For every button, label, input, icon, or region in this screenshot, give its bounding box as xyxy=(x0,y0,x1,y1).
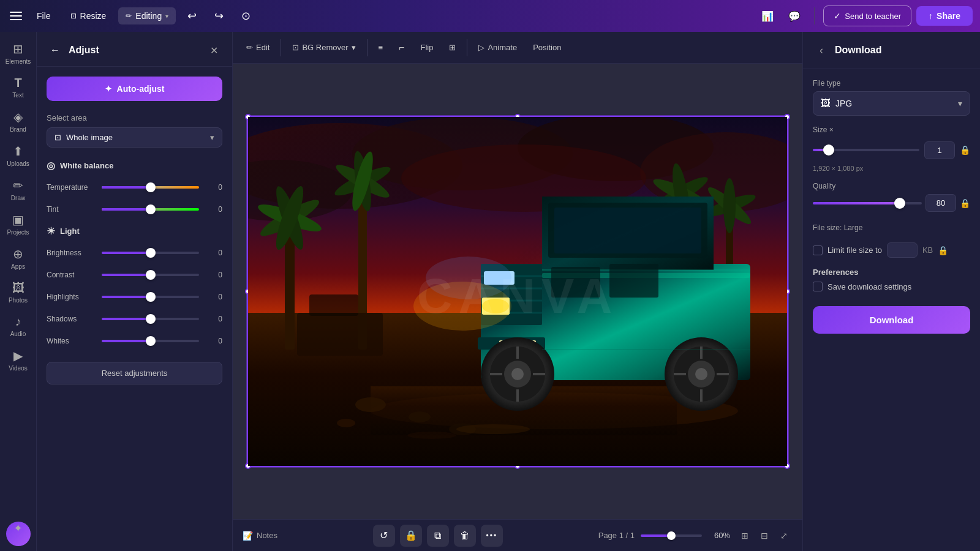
bottom-bar: 📝 Notes ↺ 🔒 ⧉ 🗑 ••• Page 1 / 1 60% xyxy=(233,519,802,551)
limit-kb-input[interactable] xyxy=(887,242,918,258)
adjust-panel: ← Adjust ✕ ✦ Auto-adjust Select area ⊡ W… xyxy=(37,32,233,551)
lock-button[interactable]: 🔒 xyxy=(400,525,422,547)
canvas-image-container[interactable]: CANVA xyxy=(247,116,788,467)
highlights-slider[interactable] xyxy=(102,291,199,303)
page-info: Page 1 / 1 xyxy=(598,531,635,540)
analytics-button[interactable]: 📊 xyxy=(756,5,778,27)
reset-adjustments-button[interactable]: Reset adjustments xyxy=(47,362,222,384)
adjust-back-button[interactable]: ← xyxy=(47,42,64,59)
brightness-value: 0 xyxy=(204,249,222,257)
delete-button[interactable]: 🗑 xyxy=(454,525,476,547)
copy-button[interactable]: ⧉ xyxy=(427,525,449,547)
edit-icon: ✏ xyxy=(246,43,253,52)
brand-icon: ◈ xyxy=(13,110,23,124)
shadows-slider[interactable] xyxy=(102,313,199,325)
area-select-dropdown[interactable]: ⊡ Whole image ▾ xyxy=(47,127,222,148)
more-button[interactable]: ••• xyxy=(481,525,503,547)
limit-checkbox[interactable] xyxy=(813,246,823,255)
quality-slider[interactable] xyxy=(813,195,922,212)
white-balance-icon: ◎ xyxy=(47,160,55,171)
toolbar-separator-2 xyxy=(367,39,368,56)
adjust-close-button[interactable]: ✕ xyxy=(205,42,222,59)
file-type-select[interactable]: 🖼 JPG ▾ xyxy=(813,91,970,116)
sidebar-item-brand[interactable]: ◈ Brand xyxy=(2,105,34,138)
zoom-percentage: 60% xyxy=(706,531,730,540)
audio-icon: ♪ xyxy=(15,315,21,329)
download-button[interactable]: Download xyxy=(813,306,970,334)
share-button[interactable]: ↑ Share xyxy=(916,6,973,26)
align-button[interactable]: ≡ xyxy=(372,39,390,56)
sidebar-item-draw[interactable]: ✏ Draw xyxy=(2,173,34,206)
view-buttons: ⊞ ⊟ ⤢ xyxy=(736,527,793,544)
grid2-view-button[interactable]: ⊟ xyxy=(756,527,773,544)
svg-rect-0 xyxy=(10,12,22,13)
edit-button[interactable]: ✏ Edit xyxy=(240,39,276,56)
temperature-value: 0 xyxy=(204,183,222,192)
white-balance-label: White balance xyxy=(60,161,113,170)
menu-icon[interactable] xyxy=(7,7,24,24)
size-dimensions: 1,920 × 1,080 px xyxy=(813,165,970,172)
svg-point-77 xyxy=(456,424,530,434)
brightness-slider[interactable] xyxy=(102,247,199,259)
sidebar-icons: ⊞ Elements T Text ◈ Brand ⬆ Uploads ✏ Dr… xyxy=(0,32,37,551)
quality-lock-icon[interactable]: 🔒 xyxy=(960,198,970,208)
size-slider[interactable] xyxy=(813,141,919,159)
quality-value[interactable]: 80 xyxy=(925,194,956,212)
svg-point-59 xyxy=(695,368,707,380)
zoom-slider[interactable] xyxy=(641,534,702,537)
area-select-arrow-icon: ▾ xyxy=(210,133,214,142)
position-button[interactable]: Position xyxy=(527,39,567,56)
sidebar-item-apps[interactable]: ⊕ Apps xyxy=(2,242,34,275)
magic-button[interactable]: ✦ xyxy=(6,522,31,546)
magic-icon: ✦ xyxy=(13,522,23,535)
tint-slider[interactable] xyxy=(102,203,199,216)
flip-button[interactable]: Flip xyxy=(414,39,439,56)
refresh-button[interactable]: ↺ xyxy=(373,525,395,547)
comments-button[interactable]: 💬 xyxy=(783,5,805,27)
tint-value: 0 xyxy=(204,205,222,214)
download-title: Download xyxy=(835,45,881,56)
size-value[interactable]: 1 xyxy=(924,141,955,159)
redo-button[interactable]: ↪ xyxy=(208,5,230,27)
file-menu-button[interactable]: File xyxy=(29,7,58,24)
undo-button[interactable]: ↩ xyxy=(181,5,203,27)
crop-button[interactable]: ⌐ xyxy=(393,39,410,57)
whites-slider[interactable] xyxy=(102,335,199,347)
preferences-label: Preferences xyxy=(813,268,970,277)
contrast-value: 0 xyxy=(204,271,222,279)
animate-button[interactable]: ▷ Animate xyxy=(472,39,523,56)
sidebar-item-photos[interactable]: 🖼 Photos xyxy=(2,276,34,309)
contrast-slider[interactable] xyxy=(102,269,199,281)
canvas-workspace[interactable]: CANVA xyxy=(233,64,802,519)
bg-remover-icon: ⊡ xyxy=(292,43,299,52)
fullscreen-button[interactable]: ⤢ xyxy=(775,527,793,544)
grid-view-button[interactable]: ⊞ xyxy=(736,527,753,544)
sidebar-item-uploads[interactable]: ⬆ Uploads xyxy=(2,139,34,172)
sidebar-item-elements[interactable]: ⊞ Elements xyxy=(2,37,34,70)
sidebar-item-audio[interactable]: ♪ Audio xyxy=(2,310,34,342)
temperature-slider[interactable] xyxy=(102,181,199,193)
zoom-area: 60% xyxy=(641,531,730,540)
crop-icon: ⌐ xyxy=(399,42,404,53)
save-settings-checkbox[interactable] xyxy=(813,282,823,291)
sidebar-item-videos[interactable]: ▶ Videos xyxy=(2,343,34,377)
svg-text:CANVA: CANVA xyxy=(417,269,619,323)
bg-remover-arrow-icon: ▾ xyxy=(352,43,356,52)
select-area-label: Select area xyxy=(47,113,222,122)
editing-button[interactable]: ✏ Editing ▾ xyxy=(118,7,176,24)
resize-button[interactable]: ⊡ Resize xyxy=(63,7,114,24)
uploads-icon: ⬆ xyxy=(13,144,23,159)
limit-lock-icon[interactable]: 🔒 xyxy=(938,246,948,255)
pattern-button[interactable]: ⊞ xyxy=(443,39,462,56)
align-icon: ≡ xyxy=(379,43,383,52)
download-back-button[interactable]: ‹ xyxy=(813,42,830,59)
sidebar-item-projects[interactable]: ▣ Projects xyxy=(2,208,34,241)
adjust-title: Adjust xyxy=(69,45,200,56)
bg-remover-button[interactable]: ⊡ BG Remover ▾ xyxy=(286,39,361,56)
auto-adjust-button[interactable]: ✦ Auto-adjust xyxy=(47,77,222,101)
sidebar-item-text[interactable]: T Text xyxy=(2,71,34,103)
save-settings-row: Save download settings xyxy=(813,282,970,291)
activity-button[interactable]: ⊙ xyxy=(235,5,257,27)
size-lock-icon[interactable]: 🔒 xyxy=(960,145,970,155)
send-to-teacher-button[interactable]: ✓ Send to teacher xyxy=(823,6,911,26)
